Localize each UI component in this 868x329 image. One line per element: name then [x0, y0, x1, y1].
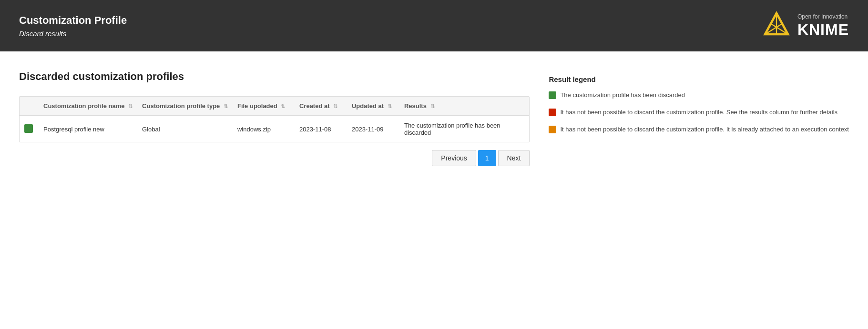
- main-content: Discarded customization profiles Customi…: [0, 51, 868, 185]
- col-header-results[interactable]: Results ⇅: [399, 97, 529, 116]
- sort-icon-updated[interactable]: ⇅: [388, 103, 392, 110]
- next-button[interactable]: Next: [498, 150, 530, 166]
- row-status-cell: [20, 116, 39, 142]
- row-created: 2023-11-08: [295, 116, 347, 142]
- result-legend: Result legend The customization profile …: [549, 70, 849, 166]
- legend-dot-red: [549, 109, 556, 116]
- row-name: Postgresql profile new: [39, 116, 137, 142]
- profiles-table: Customization profile name ⇅ Customizati…: [20, 97, 529, 142]
- col-header-created[interactable]: Created at ⇅: [295, 97, 347, 116]
- row-type: Global: [137, 116, 233, 142]
- legend-item-text: The customization profile has been disca…: [560, 91, 685, 100]
- legend-dot-green: [549, 91, 556, 99]
- legend-item: It has not been possible to discard the …: [549, 108, 849, 117]
- row-results: The customization profile has been disca…: [399, 116, 529, 142]
- pagination: Previous 1 Next: [19, 150, 530, 166]
- row-updated: 2023-11-09: [347, 116, 399, 142]
- legend-item: The customization profile has been disca…: [549, 91, 849, 100]
- sort-icon-results[interactable]: ⇅: [430, 103, 435, 110]
- previous-button[interactable]: Previous: [432, 150, 476, 166]
- header-subtitle: Discard results: [19, 30, 127, 38]
- sort-icon-name[interactable]: ⇅: [128, 103, 133, 110]
- sort-icon-file[interactable]: ⇅: [281, 103, 285, 110]
- col-header-updated[interactable]: Updated at ⇅: [347, 97, 399, 116]
- knime-logo: Open for Innovation KNIME: [762, 11, 849, 40]
- legend-item: It has not been possible to discard the …: [549, 125, 849, 134]
- sort-icon-created[interactable]: ⇅: [333, 103, 337, 110]
- col-header-type[interactable]: Customization profile type ⇅: [137, 97, 233, 116]
- profiles-table-container: Customization profile name ⇅ Customizati…: [19, 96, 530, 142]
- legend-dot-orange: [549, 126, 556, 133]
- legend-item-text: It has not been possible to discard the …: [560, 108, 837, 117]
- row-file: windows.zip: [233, 116, 295, 142]
- knime-text: Open for Innovation KNIME: [797, 13, 849, 39]
- table-row: Postgresql profile new Global windows.zi…: [20, 116, 529, 142]
- header-text: Customization Profile Discard results: [19, 14, 127, 38]
- page-1-button[interactable]: 1: [478, 150, 496, 166]
- legend-item-text: It has not been possible to discard the …: [560, 125, 849, 134]
- knime-triangle-icon: [762, 11, 791, 40]
- col-header-check: [20, 97, 39, 116]
- legend-title: Result legend: [549, 75, 849, 83]
- col-header-file[interactable]: File upoladed ⇅: [233, 97, 295, 116]
- content-area: Discarded customization profiles Customi…: [19, 70, 530, 166]
- table-header-row: Customization profile name ⇅ Customizati…: [20, 97, 529, 116]
- status-indicator: [24, 124, 33, 133]
- knime-tagline: Open for Innovation: [797, 13, 848, 20]
- header: Customization Profile Discard results Op…: [0, 0, 868, 51]
- header-title: Customization Profile: [19, 14, 127, 27]
- sort-icon-type[interactable]: ⇅: [224, 103, 228, 110]
- col-header-name[interactable]: Customization profile name ⇅: [39, 97, 137, 116]
- knime-brand: KNIME: [797, 21, 849, 39]
- page-heading: Discarded customization profiles: [19, 70, 530, 83]
